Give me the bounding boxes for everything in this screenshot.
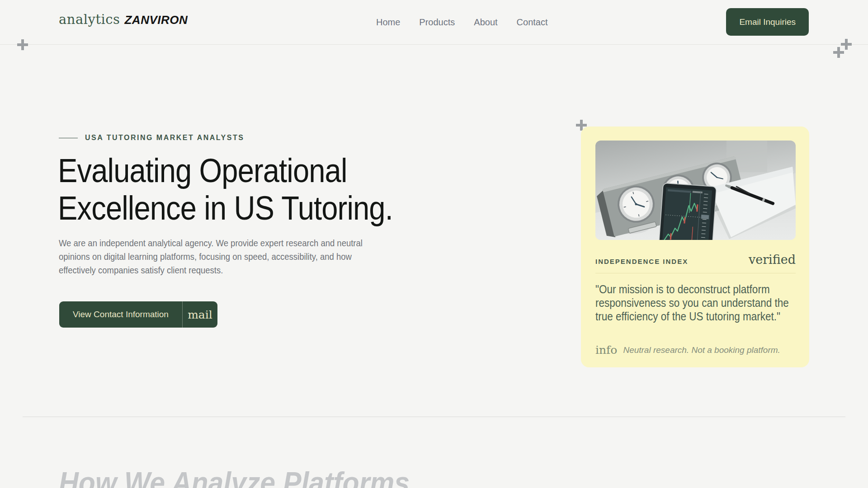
hero-title-line2: Excellence in US Tutoring. bbox=[58, 189, 393, 227]
card-footer: info Neutral research. Not a booking pla… bbox=[595, 343, 780, 357]
view-contact-button[interactable]: View Contact Information mail bbox=[59, 301, 217, 328]
independence-card: INDEPENDENCE INDEX verified "Our mission… bbox=[581, 127, 809, 367]
nav-link-products[interactable]: Products bbox=[419, 17, 455, 28]
hero-description: We are an independent analytical agency.… bbox=[59, 236, 373, 277]
hero-title-line1: Evaluating Operational bbox=[58, 152, 347, 189]
nav-link-about[interactable]: About bbox=[474, 17, 497, 28]
info-icon: info bbox=[595, 343, 617, 357]
mail-icon: mail bbox=[183, 301, 217, 328]
hero-eyebrow: USA TUTORING MARKET ANALYSTS bbox=[59, 134, 244, 142]
header: analytics ZANVIRON Home Products About C… bbox=[0, 0, 868, 45]
tablet-chart bbox=[659, 183, 716, 240]
logo-word-analytics: analytics bbox=[59, 12, 120, 27]
independence-index-label: INDEPENDENCE INDEX bbox=[595, 258, 688, 265]
eyebrow-label: USA TUTORING MARKET ANALYSTS bbox=[85, 134, 244, 142]
desk-photo bbox=[595, 141, 796, 240]
card-divider bbox=[595, 273, 796, 273]
nav-link-contact[interactable]: Contact bbox=[517, 17, 548, 28]
logo-word-zanviron: ZANVIRON bbox=[124, 13, 188, 27]
main-nav: Home Products About Contact bbox=[376, 0, 548, 45]
logo[interactable]: analytics ZANVIRON bbox=[59, 12, 188, 27]
section-divider bbox=[23, 417, 845, 417]
mission-quote: "Our mission is to deconstruct platform … bbox=[595, 282, 791, 323]
view-contact-label: View Contact Information bbox=[59, 301, 182, 328]
eyebrow-line bbox=[59, 138, 78, 138]
email-inquiries-button[interactable]: Email Inquiries bbox=[726, 8, 809, 36]
hero-title: Evaluating Operational Excellence in US … bbox=[58, 152, 393, 227]
verified-icon: verified bbox=[749, 253, 796, 267]
nav-link-home[interactable]: Home bbox=[376, 17, 400, 28]
disclaimer-text: Neutral research. Not a booking platform… bbox=[623, 345, 780, 355]
card-title-row: INDEPENDENCE INDEX verified bbox=[595, 253, 796, 267]
plus-icon bbox=[833, 47, 844, 58]
section2-title: How We Analyze Platforms bbox=[59, 466, 410, 488]
